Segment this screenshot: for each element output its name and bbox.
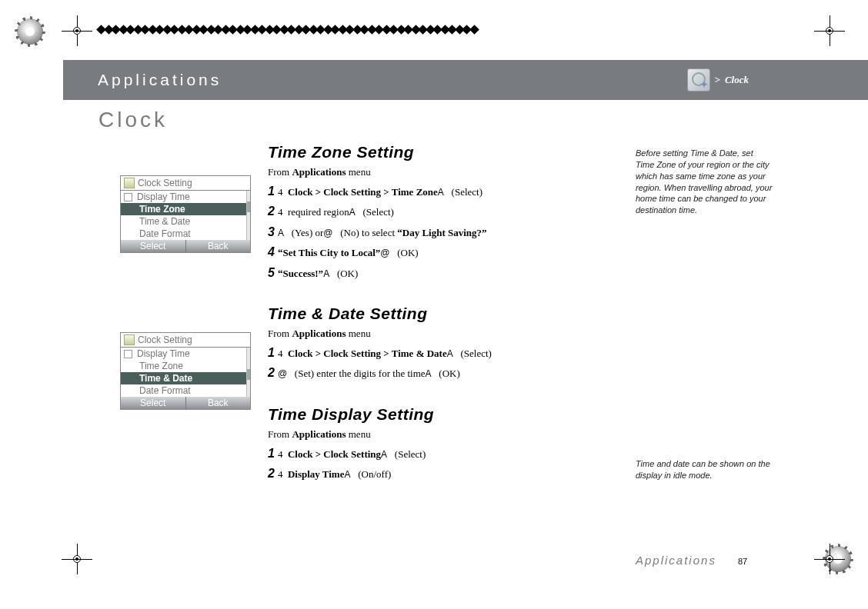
phone-screenshot-timezone: Clock Setting Display TimeTime ZoneTime … (120, 175, 251, 253)
from-line: From Applications menu (268, 328, 610, 340)
clock-app-icon (687, 68, 710, 92)
step-number: 2 (268, 464, 275, 484)
step-text: “Set This City to Local”@ (OK) (278, 245, 419, 261)
step: 24 required regionA (Select) (268, 201, 610, 221)
step-text: 4 Display TimeA (On/off) (278, 466, 391, 483)
phone-menu-list: Display TimeTime ZoneTime & DateDate For… (121, 191, 250, 240)
checkbox-icon (124, 350, 132, 358)
step-number: 2 (268, 363, 275, 383)
phone-menu-item-label: Time & Date (139, 216, 190, 227)
chapter-title: Applications (98, 71, 222, 89)
from-line: From Applications menu (268, 428, 610, 441)
phone-menu-item-label: Time Zone (139, 204, 185, 215)
decorative-divider (98, 25, 478, 35)
section: Time Zone SettingFrom Applications menu1… (268, 143, 610, 283)
softkey-back[interactable]: Back (186, 240, 251, 252)
checkbox-icon (124, 193, 132, 201)
from-line: From Applications menu (268, 166, 610, 178)
scrollbar[interactable] (246, 348, 250, 397)
step-text: 4 Clock > Clock Setting > Time & DateA (… (278, 345, 492, 362)
step-number: 1 (268, 181, 275, 201)
phone-menu-item[interactable]: Time Zone (121, 360, 250, 372)
settings-icon (124, 178, 135, 188)
step: 14 Clock > Clock SettingA (Select) (268, 444, 610, 464)
breadcrumb: > Clock (687, 60, 749, 100)
softkey-select[interactable]: Select (121, 240, 186, 252)
page-number: 87 (738, 557, 747, 566)
phone-title: Clock Setting (138, 178, 192, 188)
phone-menu-item[interactable]: Date Format (121, 228, 250, 240)
registration-mark-icon (814, 15, 845, 46)
step-text: 4 Clock > Clock Setting > Time ZoneA (Se… (278, 184, 482, 201)
phone-menu-item-label: Date Format (139, 228, 191, 239)
gear-icon (17, 18, 43, 45)
section-heading: Time Zone Setting (268, 143, 610, 161)
phone-menu-list: Display TimeTime ZoneTime & DateDate For… (121, 348, 250, 397)
step-number: 4 (268, 242, 275, 262)
scrollbar[interactable] (246, 191, 250, 240)
phone-menu-item[interactable]: Date Format (121, 384, 250, 397)
softkey-back[interactable]: Back (186, 397, 251, 409)
phone-menu-item-label: Time Zone (139, 361, 183, 371)
registration-mark-icon (62, 15, 92, 46)
section: Time & Date SettingFrom Applications men… (268, 304, 610, 384)
breadcrumb-label: Clock (725, 74, 749, 86)
step-number: 5 (268, 263, 275, 283)
chapter-header: Applications > Clock (63, 60, 868, 100)
step-number: 3 (268, 222, 275, 242)
phone-title: Clock Setting (138, 334, 192, 345)
section: Time Display SettingFrom Applications me… (268, 405, 610, 484)
phone-menu-item[interactable]: Time Zone (121, 203, 250, 215)
main-content: Time Zone SettingFrom Applications menu1… (268, 143, 610, 506)
sidenote-display: Time and date can be shown on the displa… (636, 458, 774, 481)
footer-chapter: Applications (636, 554, 716, 567)
registration-mark-icon (814, 544, 845, 574)
step-number: 1 (268, 343, 275, 363)
step-text: 4 required regionA (Select) (278, 204, 394, 221)
phone-menu-item[interactable]: Display Time (121, 348, 250, 360)
step: 2@ (Set) enter the digits for the timeA … (268, 363, 610, 383)
phone-menu-item-label: Display Time (137, 191, 190, 202)
phone-menu-item-label: Display Time (137, 348, 190, 359)
footer: Applications 87 (636, 554, 747, 567)
phone-titlebar: Clock Setting (121, 333, 250, 348)
step-number: 1 (268, 444, 275, 464)
phone-menu-item-label: Date Format (139, 385, 191, 396)
section-heading: Time & Date Setting (268, 304, 610, 323)
step-text: “Success!”A (OK) (278, 265, 358, 282)
phone-menu-item[interactable]: Time & Date (121, 215, 250, 228)
phone-menu-item-label: Time & Date (139, 373, 192, 384)
softkey-select[interactable]: Select (121, 397, 186, 409)
breadcrumb-sep: > (715, 74, 720, 86)
page-title: Clock (98, 108, 168, 132)
phone-titlebar: Clock Setting (121, 176, 250, 191)
step-number: 2 (268, 201, 275, 221)
step: 14 Clock > Clock Setting > Time & DateA … (268, 343, 610, 363)
registration-mark-icon (62, 544, 92, 574)
step: 14 Clock > Clock Setting > Time ZoneA (S… (268, 181, 610, 201)
phone-menu-item[interactable]: Time & Date (121, 372, 250, 384)
phone-menu-item[interactable]: Display Time (121, 191, 250, 203)
step-text: @ (Set) enter the digits for the timeA (… (278, 365, 460, 382)
step: 24 Display TimeA (On/off) (268, 464, 610, 484)
step: 3A (Yes) or@ (No) to select “Day Light S… (268, 222, 610, 242)
step: 5“Success!”A (OK) (268, 263, 610, 283)
step-text: A (Yes) or@ (No) to select “Day Light Sa… (278, 225, 487, 241)
section-heading: Time Display Setting (268, 405, 610, 424)
sidenote-timezone: Before setting Time & Date, set Time Zon… (636, 148, 774, 216)
step-text: 4 Clock > Clock SettingA (Select) (278, 446, 426, 463)
step: 4“Set This City to Local”@ (OK) (268, 242, 610, 262)
phone-screenshot-timedate: Clock Setting Display TimeTime ZoneTime … (120, 332, 251, 410)
settings-icon (124, 334, 135, 345)
